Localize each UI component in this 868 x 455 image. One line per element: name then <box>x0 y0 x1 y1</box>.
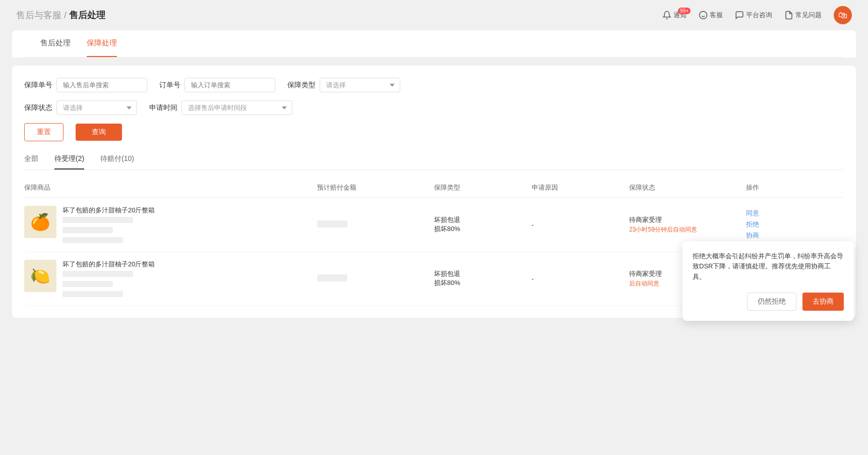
bell-icon <box>662 11 671 20</box>
table-wrapper: 保障商品 预计赔付金额 保障类型 申请原因 保障状态 操作 🍊 坏了包赔的多汁甜… <box>24 178 844 306</box>
chat-icon <box>735 11 744 20</box>
popup-actions: 仍然拒绝 去协商 <box>693 293 844 311</box>
product-meta-1b <box>63 227 113 233</box>
table-header: 保障商品 预计赔付金额 保障类型 申请原因 保障状态 操作 <box>24 178 844 198</box>
breadcrumb-parent: 售后与客服 <box>16 10 61 20</box>
col-header-reason: 申请原因 <box>532 183 630 192</box>
guarantee-type-label: 保障类型 <box>287 81 316 90</box>
filter-form: 保障单号 订单号 保障类型 请选择 保障状态 请选择 申 <box>24 78 844 141</box>
doc-icon <box>784 11 793 20</box>
faq-label: 常见问题 <box>795 11 822 20</box>
reason-cell-1: - <box>532 221 630 229</box>
notification-badge: 99+ <box>678 8 691 14</box>
apply-time-select[interactable]: 选择售后申请时间段 <box>181 100 292 115</box>
product-meta-1c <box>63 237 123 243</box>
action-cell-1: 同意 拒绝 协商 拒绝大概率会引起纠纷并产生罚单，纠纷率升高会导致DSR下降，请… <box>746 209 844 240</box>
status-tab-all[interactable]: 全部 <box>24 149 38 169</box>
tab-guarantee[interactable]: 保障处理 <box>87 30 117 57</box>
type-cell-2: 坏损包退 损坏80% <box>434 269 532 288</box>
avatar-icon: 🛍 <box>838 10 847 21</box>
apply-time-filter: 申请时间 选择售后申请时间段 <box>149 100 292 115</box>
product-cell-1: 🍊 坏了包赔的多汁甜柚子20斤整箱 <box>24 206 317 243</box>
product-name-1: 坏了包赔的多汁甜柚子20斤整箱 <box>63 206 155 215</box>
amount-blur-1 <box>317 220 347 227</box>
headset-icon <box>699 11 708 20</box>
main-content: 保障单号 订单号 保障类型 请选择 保障状态 请选择 申 <box>12 66 856 318</box>
action-negotiate-1[interactable]: 协商 <box>746 231 844 240</box>
col-header-type: 保障类型 <box>434 183 532 192</box>
tab-after-sale[interactable]: 售后处理 <box>40 30 71 57</box>
avatar[interactable]: 🛍 <box>834 6 852 24</box>
amount-blur-2 <box>317 274 347 281</box>
damage-percent-1: 损坏80% <box>434 224 532 234</box>
status-timer-1: 23小时59分钟后自动同意 <box>629 225 746 234</box>
col-header-product: 保障商品 <box>24 183 317 192</box>
search-button[interactable]: 查询 <box>76 124 122 141</box>
amount-cell-2 <box>317 274 434 283</box>
product-image-emoji-2: 🍋 <box>30 266 50 286</box>
col-header-amount: 预计赔付金额 <box>317 183 434 192</box>
status-tab-pending-pay[interactable]: 待赔付(10) <box>100 149 134 169</box>
customer-service-label: 客服 <box>710 11 723 20</box>
guarantee-status-filter: 保障状态 请选择 <box>24 100 137 115</box>
product-info-1: 坏了包赔的多汁甜柚子20斤整箱 <box>63 206 155 243</box>
customer-service-item[interactable]: 客服 <box>699 11 723 20</box>
guarantee-no-filter: 保障单号 <box>24 78 147 92</box>
header-right: 99+ 通知 客服 平台咨询 常见问题 🛍 <box>662 6 852 24</box>
guarantee-type-select[interactable]: 请选择 <box>320 78 400 92</box>
product-meta-2c <box>63 291 123 297</box>
faq-item[interactable]: 常见问题 <box>784 11 822 20</box>
guarantee-status-label: 保障状态 <box>24 103 52 112</box>
action-reject-1[interactable]: 拒绝 <box>746 220 844 229</box>
notification-item[interactable]: 99+ 通知 <box>662 11 687 20</box>
filter-row-2: 保障状态 请选择 申请时间 选择售后申请时间段 <box>24 100 844 115</box>
amount-cell-1 <box>317 220 434 229</box>
top-tabs-bar: 售后处理 保障处理 <box>24 30 844 58</box>
status-cell-1: 待商家受理 23小时59分钟后自动同意 <box>629 215 746 234</box>
reason-cell-2: - <box>532 275 630 282</box>
platform-consult-item[interactable]: 平台咨询 <box>735 11 772 20</box>
go-negotiate-button[interactable]: 去协商 <box>802 293 844 311</box>
product-meta-1a <box>63 217 133 223</box>
breadcrumb-current: 售后处理 <box>69 10 105 20</box>
popup-warning-text: 拒绝大概率会引起纠纷并产生罚单，纠纷率升高会导致DSR下降，请谨慎处理。推荐优先… <box>693 251 844 282</box>
action-agree-1[interactable]: 同意 <box>746 209 844 218</box>
product-image-emoji-1: 🍊 <box>30 212 50 232</box>
status-text-1: 待商家受理 <box>629 215 746 224</box>
product-image-2: 🍋 <box>24 260 56 292</box>
order-no-input[interactable] <box>184 78 275 92</box>
guarantee-no-label: 保障单号 <box>24 81 52 90</box>
status-tabs: 全部 待受理(2) 待赔付(10) <box>24 149 844 170</box>
order-no-label: 订单号 <box>159 81 180 90</box>
guarantee-type-1: 坏损包退 <box>434 215 532 224</box>
product-meta-2a <box>63 271 133 277</box>
top-header: 售后与客服 / 售后处理 99+ 通知 客服 平台咨询 常见问题 🛍 <box>0 0 868 30</box>
svg-point-0 <box>700 12 707 19</box>
col-header-status: 保障状态 <box>629 183 746 192</box>
col-header-action: 操作 <box>746 183 844 192</box>
table-row: 🍊 坏了包赔的多汁甜柚子20斤整箱 坏损包退 损坏80% - 待商家受理 23小 <box>24 198 844 252</box>
product-name-2: 坏了包赔的多汁甜柚子20斤整箱 <box>63 260 155 269</box>
filter-row-1: 保障单号 订单号 保障类型 请选择 <box>24 78 844 92</box>
guarantee-status-select[interactable]: 请选择 <box>56 100 137 115</box>
type-cell-1: 坏损包退 损坏80% <box>434 215 532 234</box>
breadcrumb-separator: / <box>64 10 69 20</box>
apply-time-label: 申请时间 <box>149 103 177 112</box>
order-no-filter: 订单号 <box>159 78 275 92</box>
still-reject-button[interactable]: 仍然拒绝 <box>747 293 796 311</box>
guarantee-type-2: 坏损包退 <box>434 269 532 278</box>
damage-percent-2: 损坏80% <box>434 278 532 288</box>
product-cell-2: 🍋 坏了包赔的多汁甜柚子20斤整箱 <box>24 260 317 297</box>
guarantee-no-input[interactable] <box>56 78 147 92</box>
product-image-1: 🍊 <box>24 206 56 238</box>
platform-consult-label: 平台咨询 <box>746 11 772 20</box>
product-info-2: 坏了包赔的多汁甜柚子20斤整箱 <box>63 260 155 297</box>
guarantee-type-filter: 保障类型 请选择 <box>287 78 400 92</box>
reset-button[interactable]: 重置 <box>24 123 64 141</box>
product-meta-2b <box>63 281 113 287</box>
reject-warning-popup: 拒绝大概率会引起纠纷并产生罚单，纠纷率升高会导致DSR下降，请谨慎处理。推荐优先… <box>683 241 854 321</box>
status-tab-pending[interactable]: 待受理(2) <box>54 149 84 169</box>
breadcrumb: 售后与客服 / 售后处理 <box>16 9 105 21</box>
filter-row-buttons: 重置 查询 <box>24 123 844 141</box>
